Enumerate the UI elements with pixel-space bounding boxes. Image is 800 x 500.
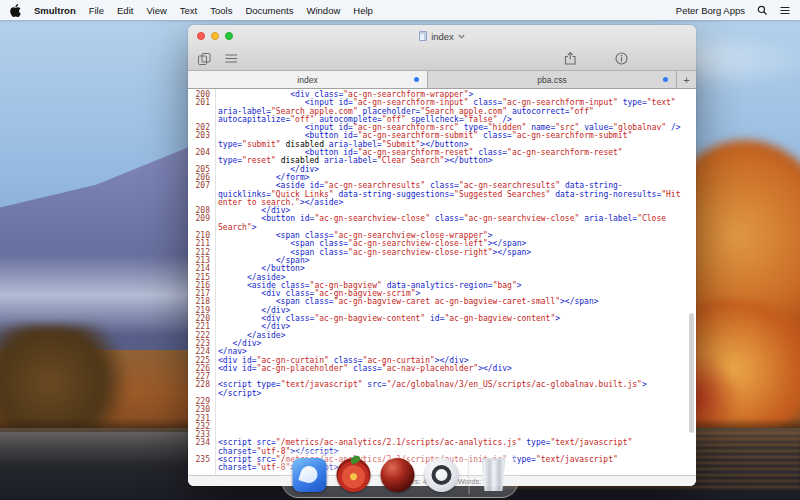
dock-icon-smultron-blue-app[interactable]	[293, 458, 327, 492]
code-text	[214, 423, 696, 431]
code-text: <button id="ac-gn-searchform-submit" cla…	[214, 132, 696, 149]
code-line[interactable]: 226<div id="ac-gn-placeholder" class="ac…	[188, 365, 696, 373]
modified-indicator	[414, 77, 419, 82]
apple-logo-icon	[10, 4, 21, 17]
chevron-down-icon[interactable]	[458, 34, 465, 39]
code-line[interactable]: 207 <aside id="ac-gn-searchresults" clas…	[188, 182, 696, 207]
code-text	[214, 398, 696, 406]
line-number: 234	[188, 439, 214, 456]
line-number: 204	[188, 149, 214, 166]
tab-label: index	[297, 75, 317, 85]
title-group: index	[419, 31, 465, 42]
code-text: </div>	[214, 323, 696, 331]
code-text: </button>	[214, 265, 696, 273]
notification-center-icon[interactable]	[780, 6, 790, 15]
code-line[interactable]: 201 <input id="ac-gn-searchform-input" c…	[188, 99, 696, 124]
apple-menu[interactable]	[10, 4, 21, 17]
code-text: <div id="ac-gn-placeholder" class="ac-na…	[214, 365, 696, 373]
menu-item-edit[interactable]: Edit	[117, 5, 133, 16]
code-line[interactable]: 203 <button id="ac-gn-searchform-submit"…	[188, 132, 696, 149]
code-line[interactable]: 232	[188, 423, 696, 431]
tab-pba-css[interactable]: pba.css	[427, 71, 676, 88]
leaf-glyph	[349, 454, 361, 465]
window-title: index	[431, 31, 454, 42]
ring-glyph	[432, 465, 452, 485]
code-text: <script type="text/javascript" src="/ac/…	[214, 381, 696, 398]
dock-icon-dark-red-sphere-app[interactable]	[381, 458, 415, 492]
code-line[interactable]: 231	[188, 415, 696, 423]
tab-index[interactable]: index	[188, 71, 427, 88]
menu-item-documents[interactable]: Documents	[245, 5, 293, 16]
editor[interactable]: 200 <div class="ac-gn-searchform-wrapper…	[188, 89, 696, 475]
new-tab-button[interactable]: +	[676, 71, 696, 88]
code-line[interactable]: 204 <button id="ac-gn-searchform-reset" …	[188, 149, 696, 166]
code-line[interactable]: 209 <button id="ac-gn-searchview-close" …	[188, 215, 696, 232]
document-proxy-icon[interactable]	[419, 31, 427, 41]
toolbar	[188, 47, 696, 71]
code-text: </aside>	[214, 332, 696, 340]
dock-icon-red-flower-app[interactable]	[337, 458, 371, 492]
line-number: 207	[188, 182, 214, 207]
tab-label: pba.css	[537, 75, 566, 85]
code-line[interactable]: 230	[188, 406, 696, 414]
code-text: <input id="ac-gn-searchform-input" class…	[214, 99, 696, 124]
line-number: 209	[188, 215, 214, 232]
code-text: <aside id="ac-gn-searchresults" class="a…	[214, 182, 696, 207]
dock-icon-white-ring-app[interactable]	[425, 458, 459, 492]
title-bar[interactable]: index	[188, 25, 696, 47]
menu-item-tools[interactable]: Tools	[210, 5, 232, 16]
menu-items: FileEditViewTextToolsDocumentsWindowHelp	[76, 5, 373, 16]
code-line[interactable]: 222 </aside>	[188, 332, 696, 340]
menu-item-help[interactable]: Help	[353, 5, 373, 16]
leaf-glyph	[298, 463, 319, 484]
minimize-button[interactable]	[211, 32, 219, 40]
dock-divider	[469, 456, 470, 494]
close-button[interactable]	[197, 32, 205, 40]
code-text: </div>	[214, 340, 696, 348]
toolbar-left-group	[198, 53, 238, 65]
trash-icon[interactable]	[480, 458, 508, 491]
menu-item-view[interactable]: View	[146, 5, 166, 16]
code-text	[214, 415, 696, 423]
menu-right-text[interactable]: Peter Borg Apps	[676, 5, 745, 16]
menu-bar: Smultron FileEditViewTextToolsDocumentsW…	[0, 0, 800, 20]
code-text: <button id="ac-gn-searchview-close" clas…	[214, 215, 696, 232]
line-number: 228	[188, 381, 214, 398]
modified-indicator	[663, 77, 668, 82]
toolbar-right-group	[564, 52, 628, 65]
code-line[interactable]: 228<script type="text/javascript" src="/…	[188, 381, 696, 398]
line-number: 203	[188, 132, 214, 149]
zoom-button[interactable]	[225, 32, 233, 40]
new-document-button[interactable]	[198, 53, 211, 65]
line-number: 201	[188, 99, 214, 124]
function-list-button[interactable]	[225, 53, 238, 65]
code-area[interactable]: 200 <div class="ac-gn-searchform-wrapper…	[188, 89, 696, 475]
gutter-separator	[215, 89, 216, 475]
menu-item-text[interactable]: Text	[180, 5, 197, 16]
code-line[interactable]: 229	[188, 398, 696, 406]
code-text: <button id="ac-gn-searchform-reset" clas…	[214, 149, 696, 166]
share-button[interactable]	[564, 52, 577, 65]
menu-app-name[interactable]: Smultron	[34, 5, 76, 16]
dock	[282, 451, 519, 498]
menu-item-window[interactable]: Window	[307, 5, 341, 16]
code-text	[214, 406, 696, 414]
tab-bar: index pba.css +	[188, 71, 696, 89]
line-number: 235	[188, 456, 214, 473]
menu-item-file[interactable]: File	[89, 5, 104, 16]
smultron-window: index	[188, 25, 696, 486]
info-button[interactable]	[615, 52, 628, 65]
scrollbar-thumb[interactable]	[689, 313, 694, 433]
code-line[interactable]: 223 </div>	[188, 340, 696, 348]
window-controls	[197, 32, 233, 40]
search-icon[interactable]	[757, 5, 768, 16]
